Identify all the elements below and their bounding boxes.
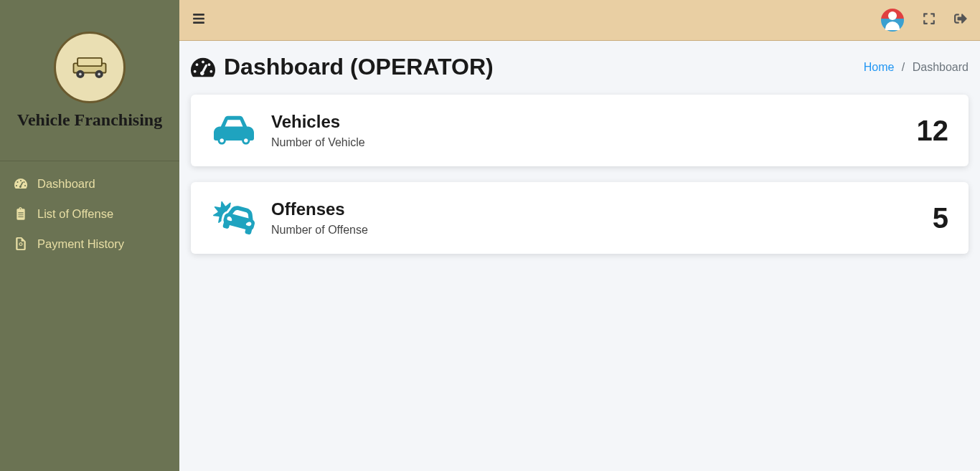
fullscreen-button[interactable] bbox=[923, 12, 936, 28]
breadcrumb-separator: / bbox=[902, 61, 905, 73]
brand-area: Vehicle Franchising bbox=[0, 0, 179, 161]
card-offenses[interactable]: Offenses Number of Offense 5 bbox=[191, 182, 969, 254]
svg-point-4 bbox=[79, 72, 82, 75]
card-value: 12 bbox=[917, 115, 949, 147]
breadcrumb-home-link[interactable]: Home bbox=[864, 61, 895, 73]
brand-logo bbox=[54, 32, 126, 103]
card-value: 5 bbox=[933, 202, 948, 234]
hamburger-icon bbox=[192, 12, 205, 25]
svg-rect-1 bbox=[77, 57, 102, 65]
car-icon bbox=[211, 112, 257, 149]
card-title: Offenses bbox=[271, 199, 933, 219]
svg-point-5 bbox=[98, 72, 100, 75]
page-title: Dashboard (OPERATOR) bbox=[191, 54, 494, 80]
clipboard-icon bbox=[13, 206, 29, 222]
car-crash-icon bbox=[211, 199, 257, 237]
user-avatar[interactable] bbox=[881, 9, 904, 32]
expand-icon bbox=[923, 12, 936, 25]
logout-button[interactable] bbox=[954, 12, 967, 28]
sidebar-item-label: Dashboard bbox=[37, 177, 95, 191]
file-invoice-icon bbox=[13, 236, 29, 252]
card-title: Vehicles bbox=[271, 112, 917, 132]
page-title-text: Dashboard (OPERATOR) bbox=[224, 54, 494, 80]
sign-out-icon bbox=[954, 12, 967, 25]
sidebar-item-label: Payment History bbox=[37, 237, 124, 251]
card-subtitle: Number of Vehicle bbox=[271, 136, 917, 149]
sidebar-item-label: List of Offense bbox=[37, 207, 113, 221]
card-subtitle: Number of Offense bbox=[271, 224, 933, 237]
sidebar-nav: Dashboard List of Offense Payment Histor… bbox=[0, 161, 179, 259]
topbar bbox=[179, 0, 980, 41]
brand-name: Vehicle Franchising bbox=[17, 110, 162, 130]
breadcrumb: Home / Dashboard bbox=[864, 61, 969, 74]
tachometer-icon bbox=[191, 55, 215, 80]
sidebar-item-dashboard[interactable]: Dashboard bbox=[0, 168, 179, 199]
main-area: Dashboard (OPERATOR) Home / Dashboard Ve… bbox=[179, 0, 980, 471]
page-header: Dashboard (OPERATOR) Home / Dashboard bbox=[191, 54, 969, 80]
dashboard-icon bbox=[13, 176, 29, 191]
car-logo-icon bbox=[68, 53, 111, 82]
menu-toggle-button[interactable] bbox=[192, 12, 205, 28]
card-vehicles[interactable]: Vehicles Number of Vehicle 12 bbox=[191, 95, 969, 166]
breadcrumb-current: Dashboard bbox=[913, 61, 969, 73]
sidebar: Vehicle Franchising Dashboard List of Of… bbox=[0, 0, 179, 471]
sidebar-item-offense[interactable]: List of Offense bbox=[0, 199, 179, 229]
page-content: Dashboard (OPERATOR) Home / Dashboard Ve… bbox=[179, 41, 980, 471]
sidebar-item-payment[interactable]: Payment History bbox=[0, 229, 179, 259]
